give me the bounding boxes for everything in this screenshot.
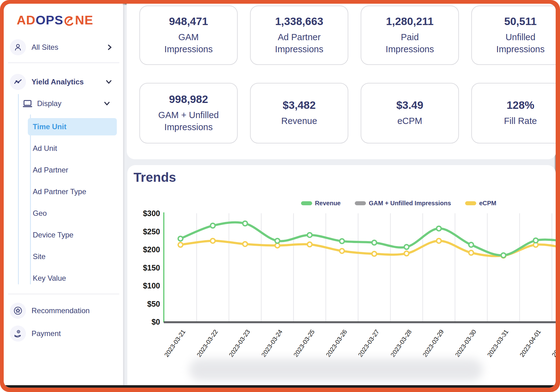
stat-card-value: $3,482 xyxy=(282,99,316,111)
stat-card-label: GAMImpressions xyxy=(164,31,213,55)
submenu-item-time-unit[interactable]: Time Unit xyxy=(28,118,117,135)
data-point-revenue xyxy=(404,245,409,249)
stat-card-label: Revenue xyxy=(281,115,317,127)
stat-card-ecpm: $3.49eCPM xyxy=(361,83,459,143)
stat-card-label: UnfilledImpressions xyxy=(496,31,545,55)
sidebar-item-label: Display xyxy=(37,99,62,108)
data-point-revenue xyxy=(243,221,248,226)
stat-cards-row: 948,471GAMImpressions1,338,663Ad Partner… xyxy=(139,6,556,65)
star-badge-icon xyxy=(10,303,26,319)
app-window: ADOPSNE All Sites Yield Analytics Displa… xyxy=(4,4,556,388)
trends-panel: Trends RevenueGAM + Unfilled Impressions… xyxy=(127,165,556,385)
data-point-ecpm xyxy=(372,252,377,256)
stat-card-revenue: $3,482Revenue xyxy=(250,83,348,143)
stat-card-label: eCPM xyxy=(397,115,422,127)
stat-card-value: 1,280,211 xyxy=(386,15,434,28)
data-point-revenue xyxy=(469,242,473,247)
data-point-revenue xyxy=(308,233,312,237)
submenu-item-key-value[interactable]: Key Value xyxy=(28,270,117,287)
data-point-ecpm xyxy=(243,242,248,246)
stat-card-label: Fill Rate xyxy=(504,115,537,127)
submenu-item-geo[interactable]: Geo xyxy=(28,205,117,222)
stat-card-ad-partner-impressions: 1,338,663Ad PartnerImpressions xyxy=(250,6,348,65)
sidebar-item-label: All Sites xyxy=(32,43,58,52)
sidebar-item-yield-analytics[interactable]: Yield Analytics xyxy=(4,74,123,90)
submenu-item-label: Geo xyxy=(33,209,47,218)
submenu-item-ad-partner[interactable]: Ad Partner xyxy=(28,161,117,179)
submenu-item-device-type[interactable]: Device Type xyxy=(28,226,117,244)
data-point-revenue xyxy=(372,240,377,245)
submenu-item-label: Site xyxy=(33,252,45,261)
stat-card-gam-impressions: 948,471GAMImpressions xyxy=(139,6,238,65)
logo-circular-arrow-o-icon xyxy=(64,15,75,26)
submenu-item-label: Key Value xyxy=(33,274,66,283)
sidebar-item-label: Payment xyxy=(32,329,61,338)
submenu-item-label: Time Unit xyxy=(33,122,66,131)
screenshot-frame: ADOPSNE All Sites Yield Analytics Displa… xyxy=(0,0,560,392)
stat-card-label: GAM + UnfilledImpressions xyxy=(158,109,219,133)
data-point-revenue xyxy=(533,238,538,243)
stat-card-fill-rate: 128%Fill Rate xyxy=(471,83,556,143)
logo-text-ne: NE xyxy=(75,13,93,28)
logo-text-ad: AD xyxy=(17,13,36,28)
app-logo: ADOPSNE xyxy=(17,13,93,28)
stat-card-value: 50,511 xyxy=(504,15,537,28)
y-axis-tick-label: $300 xyxy=(143,209,160,218)
user-icon xyxy=(10,39,26,55)
sidebar-divider xyxy=(8,62,119,63)
data-point-revenue xyxy=(275,238,280,243)
data-point-ecpm xyxy=(469,250,473,255)
y-axis-tick-label: $0 xyxy=(151,317,160,326)
stat-card-label: Ad PartnerImpressions xyxy=(275,31,323,55)
data-point-revenue xyxy=(210,223,215,228)
data-point-revenue xyxy=(178,236,183,241)
sidebar: ADOPSNE All Sites Yield Analytics Displa… xyxy=(4,4,123,388)
scrollbar-shadow xyxy=(189,359,483,381)
data-point-ecpm xyxy=(275,243,280,248)
stat-card-value: 128% xyxy=(507,99,534,111)
sidebar-item-recommendation[interactable]: Recommendation xyxy=(4,302,123,319)
chevron-down-icon xyxy=(103,101,111,106)
stat-card-value: $3.49 xyxy=(396,99,423,111)
submenu-item-label: Device Type xyxy=(33,231,74,239)
data-point-ecpm xyxy=(308,242,312,247)
sidebar-divider xyxy=(8,294,119,294)
data-point-ecpm xyxy=(340,249,344,253)
logo-text-ops: OPS xyxy=(36,13,63,28)
submenu-item-ad-unit[interactable]: Ad Unit xyxy=(28,140,117,157)
sidebar-item-label: Recommendation xyxy=(32,306,90,315)
series-line-revenue xyxy=(180,222,556,255)
y-axis-tick-label: $250 xyxy=(143,227,160,236)
submenu-item-label: Ad Partner xyxy=(33,166,68,174)
stat-card-paid-impressions: 1,280,211PaidImpressions xyxy=(361,6,459,65)
y-axis-tick-label: $50 xyxy=(147,300,160,308)
sidebar-item-all-sites[interactable]: All Sites xyxy=(4,39,123,56)
submenu-item-ad-partner-type[interactable]: Ad Partner Type xyxy=(28,183,117,200)
window-bottom-edge xyxy=(4,385,556,388)
stat-card-value: 998,982 xyxy=(169,93,208,105)
stat-card-value: 948,471 xyxy=(169,15,208,28)
y-axis-tick-label: $150 xyxy=(143,263,160,272)
chevron-down-icon xyxy=(105,79,112,85)
sidebar-item-display[interactable]: Display xyxy=(22,95,123,112)
sidebar-separator xyxy=(124,4,124,388)
data-point-ecpm xyxy=(178,242,183,247)
tree-guide-line xyxy=(18,94,19,284)
hand-coin-icon xyxy=(10,326,26,342)
sidebar-item-payment[interactable]: Payment xyxy=(4,325,123,342)
submenu-item-label: Ad Unit xyxy=(33,144,57,153)
submenu-item-site[interactable]: Site xyxy=(28,248,117,265)
y-axis-tick-label: $200 xyxy=(143,245,160,254)
data-point-revenue xyxy=(501,253,506,258)
data-point-ecpm xyxy=(437,238,441,243)
stat-card-gam-unfilled-impressions: 998,982GAM + UnfilledImpressions xyxy=(139,83,238,143)
stats-panel: 948,471GAMImpressions1,338,663Ad Partner… xyxy=(127,4,556,159)
data-point-revenue xyxy=(437,226,441,231)
display-monitor-icon xyxy=(22,98,33,109)
data-point-ecpm xyxy=(404,251,409,256)
stat-card-unfilled-impressions: 50,511UnfilledImpressions xyxy=(471,6,556,65)
y-axis-tick-label: $100 xyxy=(143,281,160,290)
line-chart-icon xyxy=(10,74,26,90)
submenu-item-label: Ad Partner Type xyxy=(33,187,86,196)
stat-cards-row: 998,982GAM + UnfilledImpressions$3,482Re… xyxy=(139,83,556,143)
